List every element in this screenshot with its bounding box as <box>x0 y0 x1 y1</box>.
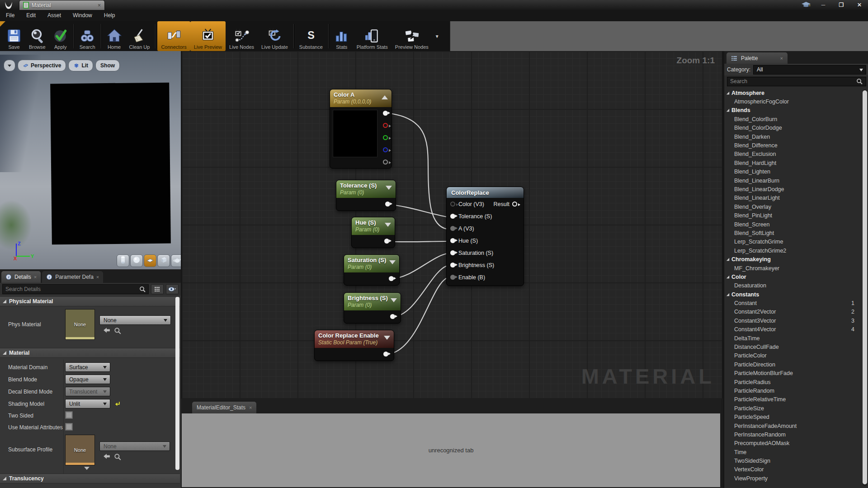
palette-item-perinstancefadeamount[interactable]: PerInstanceFadeAmount <box>725 422 859 430</box>
palette-item-time[interactable]: Time <box>725 448 859 456</box>
two-sided-checkbox[interactable] <box>65 411 73 419</box>
node-collapse-icon[interactable] <box>385 223 391 230</box>
palette-item-atmosphericfogcolor[interactable]: AtmosphericFogColor <box>725 97 859 106</box>
lit-button[interactable]: Lit <box>68 60 93 71</box>
minimize-button[interactable]: ─ <box>817 2 829 8</box>
palette-scrollbar-track[interactable] <box>863 89 867 486</box>
asset-tab-material[interactable]: Material × <box>19 0 105 10</box>
input-row-hue-s[interactable]: Hue (S) <box>447 235 524 247</box>
view-options-eye-button[interactable] <box>166 284 179 294</box>
palette-item-blend-lighten[interactable]: Blend_Lighten <box>725 168 859 176</box>
palette-item-blend-linearburn[interactable]: Blend_LinearBurn <box>725 176 859 185</box>
input-row-a-v3[interactable]: A (V3) <box>447 222 524 235</box>
toolbar-live-update-button[interactable]: Live Update <box>258 21 292 51</box>
palette-item-blend-pinlight[interactable]: Blend_PinLight <box>725 211 859 220</box>
palette-item-blend-lineardodge[interactable]: Blend_LinearDodge <box>725 185 859 193</box>
palette-item-particledirection[interactable]: ParticleDirection <box>725 360 859 369</box>
palette-item-constant2vector[interactable]: Constant2Vector2 <box>725 308 859 316</box>
input-pin[interactable] <box>450 202 455 206</box>
wire-hue-wire[interactable] <box>387 241 447 242</box>
show-button[interactable]: Show <box>95 60 120 71</box>
material-preview-viewport[interactable]: Perspective Lit Show Z Y X <box>0 51 181 269</box>
graph-node-color-a[interactable]: Color AParam (0,0,0,0) <box>330 89 392 169</box>
palette-item-particlemotionblurfade[interactable]: ParticleMotionBlurFade <box>725 369 859 378</box>
input-pin[interactable] <box>450 214 455 219</box>
palette-item-particlerandom[interactable]: ParticleRandom <box>725 386 859 395</box>
material-domain-dropdown[interactable]: Surface <box>65 362 110 372</box>
preview-shape-cube-button[interactable] <box>157 254 170 267</box>
input-pin[interactable] <box>450 275 455 280</box>
toolbar-live-preview-button[interactable]: Live Preview <box>190 21 226 51</box>
graph-node-hue[interactable]: Hue (S)Param (0) <box>351 217 395 248</box>
search-details-input[interactable] <box>2 284 149 294</box>
restore-button[interactable]: ❐ <box>835 2 847 8</box>
graph-node-brightness[interactable]: Brightness (S)Param (0) <box>344 292 401 324</box>
palette-category-atmosphere[interactable]: Atmosphere <box>725 89 859 97</box>
expand-advanced-icon[interactable] <box>84 467 90 473</box>
palette-item-constant3vector[interactable]: Constant3Vector3 <box>725 316 859 325</box>
node-graph-canvas[interactable]: Zoom 1:1 Color AParam (0,0,0,0)Tolerance… <box>181 51 723 399</box>
property-matrix-button[interactable] <box>151 284 164 294</box>
output-pin[interactable] <box>383 352 388 357</box>
input-pin[interactable] <box>450 263 455 267</box>
tab-parameter-defaults-close-icon[interactable]: × <box>96 274 99 280</box>
output-pin[interactable] <box>385 202 390 206</box>
menu-help[interactable]: Help <box>98 10 121 21</box>
toolbar-browse-button[interactable]: Browse <box>25 21 49 51</box>
result-output-pin[interactable] <box>512 202 517 206</box>
toolbar-clean-up-button[interactable]: Clean Up <box>126 21 154 51</box>
palette-item-blend-colorburn[interactable]: Blend_ColorBurn <box>725 115 859 123</box>
palette-tab-close-icon[interactable]: × <box>780 56 783 61</box>
preview-shape-teapot-button[interactable] <box>171 254 181 267</box>
blend-mode-dropdown[interactable]: Opaque <box>65 375 110 384</box>
use-selected-asset-arrow-icon[interactable] <box>103 453 110 460</box>
toolbar-preview-nodes-button[interactable]: Preview Nodes <box>392 21 432 51</box>
graph-node-tolerance[interactable]: Tolerance (S)Param (0) <box>336 180 396 211</box>
input-row-enable-b[interactable]: Enable (B) <box>447 271 524 283</box>
palette-item-mf-chromakeyer[interactable]: MF_Chromakeyer <box>725 264 859 272</box>
palette-item-blend-exclusion[interactable]: Blend_Exclusion <box>725 150 859 159</box>
palette-item-distancecullfade[interactable]: DistanceCullFade <box>725 343 859 351</box>
input-pin[interactable] <box>450 238 455 243</box>
output-pin-2[interactable] <box>383 135 388 140</box>
section-translucency[interactable]: Translucency <box>0 474 180 483</box>
input-row-saturation-s[interactable]: Saturation (S) <box>447 247 524 259</box>
input-row-brightness-s[interactable]: Brightness (S) <box>447 259 524 271</box>
palette-item-particleradius[interactable]: ParticleRadius <box>725 378 859 386</box>
toolbar-overflow-caret[interactable]: ▼ <box>432 34 442 39</box>
palette-item-particlesize[interactable]: ParticleSize <box>725 404 859 413</box>
palette-item-blend-darken[interactable]: Blend_Darken <box>725 132 859 141</box>
palette-item-constant[interactable]: Constant1 <box>725 299 859 307</box>
toolbar-stats-button[interactable]: Stats <box>330 21 353 51</box>
input-pin[interactable] <box>450 250 455 255</box>
palette-item-deltatime[interactable]: DeltaTime <box>725 334 859 343</box>
preview-shape-cylinder-button[interactable] <box>117 254 129 267</box>
palette-item-blend-linearlight[interactable]: Blend_LinearLight <box>725 194 859 202</box>
palette-item-constant4vector[interactable]: Constant4Vector4 <box>725 325 859 334</box>
wire-tolerance-wire[interactable] <box>387 204 447 217</box>
toolbar-platform-stats-button[interactable]: Platform Stats <box>353 21 392 51</box>
palette-item-perinstancerandom[interactable]: PerInstanceRandom <box>725 430 859 439</box>
menu-file[interactable]: File <box>0 10 20 21</box>
use-material-attributes-checkbox[interactable] <box>65 423 73 431</box>
palette-item-precomputedaomask[interactable]: PrecomputedAOMask <box>725 439 859 448</box>
subsurface-profile-thumbnail[interactable]: None <box>65 435 95 465</box>
details-scrollbar[interactable] <box>175 297 179 470</box>
preview-mesh-plane[interactable] <box>50 83 171 245</box>
palette-item-desaturation[interactable]: Desaturation <box>725 282 859 290</box>
node-collapse-icon[interactable] <box>386 186 392 193</box>
output-pin[interactable] <box>384 239 389 244</box>
palette-item-particlerelativetime[interactable]: ParticleRelativeTime <box>725 395 859 404</box>
palette-item-twosidedsign[interactable]: TwoSidedSign <box>725 456 859 465</box>
node-collapse-icon[interactable] <box>384 336 390 343</box>
menu-window[interactable]: Window <box>67 10 98 21</box>
palette-item-vertexcolor[interactable]: VertexColor <box>725 465 859 474</box>
tab-material-editor-stats[interactable]: MaterialEditor_Stats × <box>192 402 256 413</box>
section-material[interactable]: Material <box>0 348 180 358</box>
node-collapse-icon[interactable] <box>391 298 397 305</box>
palette-item-lerp-scratchgrime2[interactable]: Lerp_ScratchGrime2 <box>725 246 859 255</box>
output-pin-0[interactable] <box>383 111 388 116</box>
preview-shape-sphere-button[interactable] <box>130 254 143 267</box>
node-collapse-icon[interactable] <box>389 260 396 267</box>
toolbar-live-nodes-button[interactable]: Live Nodes <box>226 21 258 51</box>
